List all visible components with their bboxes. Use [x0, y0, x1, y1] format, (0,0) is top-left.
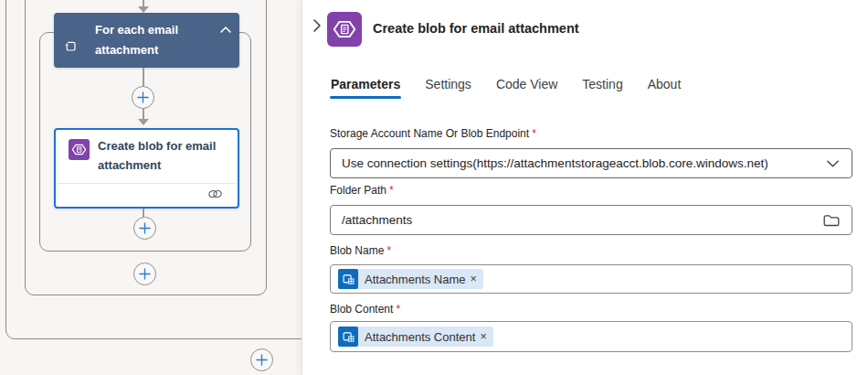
action-details-panel: Create blob for email attachment Paramet…	[302, 0, 868, 375]
folder-picker-icon[interactable]	[822, 212, 841, 228]
storage-account-label: Storage Account Name Or Blob Endpoint*	[330, 127, 536, 140]
panel-tabs: Parameters Settings Code View Testing Ab…	[331, 77, 681, 99]
workflow-designer: For each email attachment Creat	[0, 0, 868, 375]
connector-arrowhead	[138, 6, 149, 13]
collapse-scope-icon[interactable]	[218, 24, 233, 37]
required-asterisk: *	[532, 127, 536, 140]
blob-name-input[interactable]: Attachments Name ×	[330, 264, 852, 294]
connector-line	[143, 209, 144, 217]
add-action-button[interactable]	[133, 217, 156, 240]
add-action-button[interactable]	[250, 348, 273, 371]
chevron-down-icon[interactable]	[825, 158, 841, 169]
foreach-node[interactable]: For each email attachment	[54, 13, 239, 68]
panel-title: Create blob for email attachment	[373, 21, 579, 36]
storage-account-dropdown[interactable]: Use connection settings(https://attachme…	[330, 148, 852, 178]
folder-path-input[interactable]: /attachments	[330, 205, 852, 235]
tab-parameters[interactable]: Parameters	[331, 77, 400, 99]
required-asterisk: *	[386, 244, 391, 257]
azure-blob-storage-icon	[327, 12, 362, 47]
plus-icon	[137, 91, 149, 103]
foreach-title: For each email attachment	[95, 20, 228, 60]
tab-code-view[interactable]: Code View	[496, 77, 557, 99]
token-remove-icon[interactable]: ×	[469, 273, 479, 285]
tab-settings[interactable]: Settings	[425, 77, 471, 99]
azure-blob-storage-icon	[69, 139, 90, 160]
outlook-connector-icon	[338, 327, 358, 347]
token-remove-icon[interactable]: ×	[478, 330, 488, 343]
blob-content-label: Blob Content*	[330, 303, 400, 316]
plus-icon	[256, 354, 268, 366]
outlook-connector-icon	[338, 269, 358, 289]
blob-name-label: Blob Name*	[330, 244, 391, 257]
connector-arrowhead	[138, 119, 149, 125]
create-blob-node-title: Create blob for email attachment	[98, 136, 235, 175]
storage-account-value: Use connection settings(https://attachme…	[331, 156, 768, 170]
tab-testing[interactable]: Testing	[582, 77, 622, 99]
create-blob-node[interactable]: Create blob for email attachment	[54, 128, 239, 209]
chevron-right-icon	[310, 17, 324, 34]
blob-content-input[interactable]: Attachments Content ×	[330, 321, 852, 352]
required-asterisk: *	[396, 303, 400, 316]
add-action-button[interactable]	[132, 86, 154, 109]
plus-icon	[139, 268, 151, 280]
connection-link-icon[interactable]	[207, 188, 223, 200]
required-asterisk: *	[389, 184, 394, 197]
folder-path-value: /attachments	[331, 213, 412, 227]
token-pill-attachments-name[interactable]: Attachments Name ×	[338, 269, 483, 289]
token-text: Attachments Content	[358, 330, 478, 344]
card-divider	[58, 183, 236, 184]
tab-about[interactable]: About	[648, 77, 682, 99]
flow-canvas[interactable]: For each email attachment Creat	[0, 0, 302, 375]
token-text: Attachments Name	[358, 273, 469, 286]
add-action-button[interactable]	[133, 262, 156, 285]
collapse-panel-button[interactable]	[308, 16, 326, 37]
folder-path-label: Folder Path*	[330, 184, 394, 197]
loop-icon	[64, 39, 78, 53]
token-pill-attachments-content[interactable]: Attachments Content ×	[338, 327, 493, 347]
plus-icon	[139, 222, 151, 234]
